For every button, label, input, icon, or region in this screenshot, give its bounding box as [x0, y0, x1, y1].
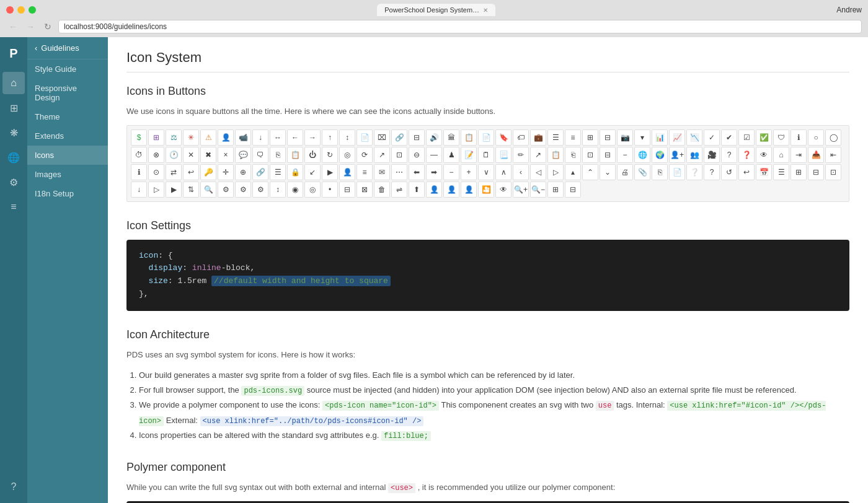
icon-columns[interactable]: ⊟: [409, 129, 425, 146]
icon-people[interactable]: 👥: [686, 147, 702, 163]
icon-scale[interactable]: ⚖: [166, 129, 182, 146]
icon-grid5[interactable]: ⊡: [825, 164, 841, 180]
icon-sign-in[interactable]: ⇥: [790, 147, 807, 163]
reload-button[interactable]: ↻: [41, 20, 55, 33]
icon-check[interactable]: ✓: [704, 129, 720, 146]
sidebar-item-extends[interactable]: Extends: [27, 126, 108, 146]
icon-undo[interactable]: ↩: [738, 164, 755, 180]
icon-circle-left[interactable]: ◁: [530, 164, 546, 180]
icon-copy4[interactable]: ⎘: [652, 164, 668, 180]
icon-chart2[interactable]: 📈: [669, 129, 685, 146]
icon-video[interactable]: 📹: [235, 129, 251, 146]
icon-triangle[interactable]: ▶: [166, 182, 182, 198]
icon-chevron-left[interactable]: ‹: [513, 164, 529, 180]
icon-power[interactable]: ⏻: [304, 147, 321, 163]
tab-close[interactable]: ✕: [483, 7, 488, 14]
icon-settings2[interactable]: ⚙: [252, 182, 268, 198]
icon-menu[interactable]: ≡: [356, 164, 373, 180]
icon-question4[interactable]: ?: [704, 164, 720, 180]
icon-gear-s[interactable]: ⚙: [218, 182, 234, 198]
icon-caret-up[interactable]: ▴: [565, 164, 581, 180]
maximize-dot[interactable]: [29, 6, 36, 14]
icon-person3[interactable]: 👤: [426, 182, 442, 198]
icon-nav-left[interactable]: ⬅: [409, 164, 425, 180]
icon-map[interactable]: ↙: [304, 164, 321, 180]
icon-zoom-out[interactable]: 🔍−: [530, 182, 546, 198]
icon-zoom-h[interactable]: ⊞: [547, 182, 564, 198]
icon-copy2[interactable]: 📋: [287, 147, 303, 163]
icon-arrow-cycle[interactable]: ⟳: [356, 147, 373, 163]
icon-info[interactable]: ℹ: [790, 129, 807, 146]
icon-globe[interactable]: 🌐: [634, 147, 650, 163]
sidebar-item-responsive-design[interactable]: Responsive Design: [27, 79, 108, 107]
sidebar-grid-icon[interactable]: ⊞: [2, 97, 25, 119]
sidebar-network-icon[interactable]: ❋: [2, 121, 25, 144]
icon-person2[interactable]: ♟: [443, 147, 459, 163]
icon-external[interactable]: ↗: [530, 147, 546, 163]
icon-briefcase[interactable]: 💼: [530, 129, 546, 146]
sidebar-home-icon[interactable]: ⌂: [2, 72, 25, 94]
icon-settings[interactable]: ⚙: [235, 182, 251, 198]
icon-info3[interactable]: ⊙: [148, 164, 164, 180]
browser-tab[interactable]: PowerSchool Design System… ✕: [377, 4, 495, 16]
icon-person4[interactable]: 👤: [443, 182, 459, 198]
icon-pointer[interactable]: ↓: [131, 182, 147, 198]
icon-pencil[interactable]: ✏: [513, 147, 529, 163]
icon-swap[interactable]: ⇄: [166, 164, 182, 180]
icon-comment[interactable]: 💬: [235, 147, 251, 163]
icon-spreadsheet[interactable]: ⊞: [582, 129, 598, 146]
icon-circle2[interactable]: ◯: [825, 129, 841, 146]
sidebar-item-i18n[interactable]: I18n Setup: [27, 184, 108, 203]
icon-grid4[interactable]: ⊟: [808, 164, 824, 180]
icon-more[interactable]: ⋯: [391, 164, 407, 180]
forward-button[interactable]: →: [24, 20, 37, 33]
icon-list[interactable]: ☰: [547, 129, 564, 146]
icon-video3[interactable]: ▶: [322, 164, 338, 180]
icon-move[interactable]: ✛: [218, 164, 234, 180]
icon-file[interactable]: 📄: [356, 129, 373, 146]
icon-eye[interactable]: 👁: [756, 147, 772, 163]
icon-table2[interactable]: ⊟: [339, 182, 355, 198]
icon-asterisk[interactable]: ✳: [183, 129, 199, 146]
icon-indent[interactable]: ⇤: [825, 147, 841, 163]
sidebar-list-icon[interactable]: ≡: [2, 196, 25, 218]
icon-chevron-up[interactable]: ∧: [495, 164, 512, 180]
minimize-dot[interactable]: [17, 6, 25, 14]
icon-minus[interactable]: −: [617, 147, 633, 163]
icon-person5[interactable]: 👤: [461, 182, 477, 198]
nav-back-header[interactable]: ‹ Guidelines: [27, 37, 108, 59]
icon-bookmark2[interactable]: 🏷: [513, 129, 529, 146]
icon-globe2[interactable]: 🌍: [652, 147, 668, 163]
icon-spin[interactable]: ↻: [322, 147, 338, 163]
icon-doc3[interactable]: 📝: [461, 147, 477, 163]
icon-plus[interactable]: +: [461, 164, 477, 180]
icon-window2[interactable]: ⊟: [600, 147, 616, 163]
sidebar-gear-icon[interactable]: ⚙: [2, 171, 25, 193]
icon-x2[interactable]: ✖: [200, 147, 216, 163]
icon-video4[interactable]: 🎦: [478, 182, 494, 198]
icon-circle-right[interactable]: ▷: [547, 164, 564, 180]
icon-circle4[interactable]: ◎: [304, 182, 321, 198]
icon-close[interactable]: ⊗: [148, 147, 164, 163]
sidebar-item-icons[interactable]: Icons: [27, 146, 108, 165]
icon-swap2[interactable]: ⇌: [391, 182, 407, 198]
icon-calendar[interactable]: 📅: [756, 164, 772, 180]
icon-chain[interactable]: 🔗: [252, 164, 268, 180]
icon-crop[interactable]: ⌧: [374, 129, 390, 146]
icon-bank[interactable]: 🏛: [443, 129, 459, 146]
icon-up[interactable]: ↑: [322, 129, 338, 146]
icon-bookmark[interactable]: 🔖: [495, 129, 512, 146]
icon-list2[interactable]: ≡: [565, 129, 581, 146]
sidebar-globe-icon[interactable]: 🌐: [2, 146, 25, 168]
icon-rows[interactable]: ☰: [773, 164, 789, 180]
icon-video2[interactable]: 🎥: [704, 147, 720, 163]
icon-left[interactable]: ←: [287, 129, 303, 146]
icon-grid2[interactable]: ⊞: [148, 129, 164, 146]
icon-doc6[interactable]: 📋: [547, 147, 564, 163]
icon-circle[interactable]: ○: [808, 129, 824, 146]
icon-pointer2[interactable]: ↕: [270, 182, 286, 198]
icon-caret-down[interactable]: ▾: [634, 129, 650, 146]
icon-minus-circle[interactable]: ⊖: [409, 147, 425, 163]
icon-clock[interactable]: ⏱: [131, 147, 147, 163]
sidebar-item-theme[interactable]: Theme: [27, 107, 108, 126]
